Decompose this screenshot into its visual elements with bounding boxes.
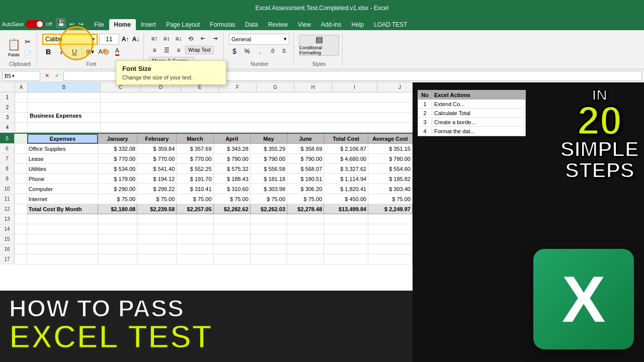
grid-cell[interactable]: Lease	[27, 154, 98, 164]
grid-cell[interactable]	[15, 234, 27, 244]
grid-cell[interactable]: Utilities	[27, 164, 98, 174]
border-btn[interactable]: ⊞▾	[83, 46, 97, 57]
grid-cell-header[interactable]: April	[214, 134, 251, 144]
undo-icon[interactable]: ↩	[68, 20, 76, 28]
grid-cell[interactable]	[101, 103, 413, 113]
grid-cell[interactable]: $2,282.62	[214, 204, 251, 214]
grid-cell[interactable]	[251, 224, 287, 234]
grid-cell[interactable]	[15, 154, 27, 164]
wrap-text-btn[interactable]: Wrap Text	[185, 46, 214, 54]
tab-file[interactable]: File	[89, 19, 109, 30]
grid-cell[interactable]: Total Cost By Month	[27, 204, 98, 214]
grid-cell[interactable]: $ 790.00	[251, 154, 287, 164]
grid-cell[interactable]: $ 541.40	[137, 164, 177, 174]
tab-insert[interactable]: Insert	[136, 19, 161, 30]
grid-cell[interactable]	[287, 244, 324, 254]
grid-cell[interactable]	[15, 174, 27, 184]
grid-cell[interactable]	[137, 224, 177, 234]
grid-cell[interactable]: $ 299.22	[137, 184, 177, 194]
grid-cell[interactable]: $2,257.05	[177, 204, 213, 214]
tab-data[interactable]: Data	[240, 19, 263, 30]
grid-cell[interactable]	[287, 214, 324, 224]
grid-cell[interactable]: $13,499.84	[324, 204, 368, 214]
grid-cell[interactable]	[214, 214, 251, 224]
grid-cell[interactable]	[15, 93, 28, 103]
grid-cell[interactable]: $ 770.00	[137, 154, 177, 164]
grid-cell[interactable]	[15, 184, 27, 194]
grid-cell[interactable]: $ 790.00	[287, 154, 324, 164]
grid-cell[interactable]	[368, 254, 413, 264]
grid-cell[interactable]: Internet	[27, 194, 98, 204]
grid-cell[interactable]	[101, 113, 413, 123]
grid-cell[interactable]	[324, 224, 368, 234]
grid-cell[interactable]: $2,278.48	[287, 204, 324, 214]
grid-cell[interactable]	[27, 244, 98, 254]
grid-cell[interactable]	[177, 224, 213, 234]
grid-cell[interactable]: $ 554.60	[368, 164, 413, 174]
font-name-box[interactable]: Calibri ▾	[42, 34, 98, 45]
tab-review[interactable]: Review	[263, 19, 293, 30]
grid-cell[interactable]	[137, 254, 177, 264]
grid-cell[interactable]	[251, 214, 287, 224]
increase-font-btn[interactable]: A↑	[121, 34, 130, 44]
grid-cell[interactable]: $ 575.32	[214, 164, 251, 174]
grid-cell[interactable]: $ 188.43	[214, 174, 251, 184]
grid-cell[interactable]	[251, 244, 287, 254]
grid-cell[interactable]	[177, 254, 213, 264]
grid-cell-header[interactable]: May	[251, 134, 287, 144]
dec-dec-btn[interactable]: 0.	[279, 46, 290, 56]
grid-cell[interactable]: $ 303.40	[368, 184, 413, 194]
grid-cell[interactable]	[368, 244, 413, 254]
grid-cell[interactable]: $ 2,106.87	[324, 144, 368, 154]
number-format-box[interactable]: General ▾	[229, 34, 289, 45]
align-center-btn[interactable]: ☰	[161, 45, 172, 55]
grid-cell[interactable]	[137, 234, 177, 244]
grid-cell[interactable]	[101, 123, 413, 133]
indent-inc-btn[interactable]: ⇥	[209, 34, 220, 44]
grid-cell[interactable]: $ 343.28	[214, 144, 251, 154]
grid-cell[interactable]	[251, 234, 287, 244]
font-size-box[interactable]: 11	[99, 34, 119, 45]
align-left-btn[interactable]: ≡	[149, 45, 160, 55]
grid-cell-selected[interactable]: Expenses	[27, 134, 98, 144]
grid-cell[interactable]: $ 568.07	[287, 164, 324, 174]
grid-cell[interactable]: $ 359.84	[137, 144, 177, 154]
grid-cell[interactable]: $ 4,680.00	[324, 154, 368, 164]
grid-cell[interactable]	[15, 164, 27, 174]
redo-icon[interactable]: ↪	[77, 20, 85, 28]
grid-cell[interactable]	[15, 204, 27, 214]
grid-cell[interactable]: $ 770.00	[177, 154, 213, 164]
grid-cell[interactable]	[28, 103, 101, 113]
grid-cell[interactable]: $ 450.00	[324, 194, 368, 204]
grid-cell[interactable]	[15, 244, 27, 254]
grid-cell[interactable]	[137, 214, 177, 224]
decrease-font-btn[interactable]: A↓	[131, 34, 140, 44]
indent-dec-btn[interactable]: ⇤	[197, 34, 208, 44]
tab-load-test[interactable]: LOAD TEST	[369, 19, 412, 30]
grid-cell[interactable]: $2,239.58	[137, 204, 177, 214]
confirm-formula-btn[interactable]: ✓	[52, 71, 61, 80]
grid-cell[interactable]: $ 355.29	[251, 144, 287, 154]
currency-btn[interactable]: $	[229, 46, 240, 56]
grid-cell[interactable]	[98, 244, 137, 254]
grid-cell[interactable]: $ 185.82	[368, 174, 413, 184]
grid-cell[interactable]: $ 181.18	[251, 174, 287, 184]
grid-cell[interactable]	[214, 254, 251, 264]
align-bottom-btn[interactable]: ≡↓	[173, 34, 184, 44]
grid-cell[interactable]	[368, 224, 413, 234]
tab-help[interactable]: Help	[347, 19, 369, 30]
grid-cell[interactable]: $2,180.08	[98, 204, 137, 214]
grid-cell[interactable]	[15, 254, 27, 264]
grid-cell[interactable]	[101, 93, 413, 103]
grid-cell[interactable]	[287, 254, 324, 264]
tab-view[interactable]: View	[293, 19, 316, 30]
cancel-formula-btn[interactable]: ✕	[42, 71, 51, 80]
grid-cell-header[interactable]: Total Cost	[324, 134, 368, 144]
grid-cell[interactable]	[15, 123, 28, 133]
grid-cell[interactable]: $ 75.00	[214, 194, 251, 204]
grid-cell[interactable]	[15, 214, 27, 224]
percent-btn[interactable]: %	[242, 46, 253, 56]
grid-cell[interactable]: $ 310.41	[177, 184, 213, 194]
underline-btn[interactable]: U	[68, 46, 80, 57]
cell-ref-box[interactable]: B5 ▾	[2, 71, 40, 81]
